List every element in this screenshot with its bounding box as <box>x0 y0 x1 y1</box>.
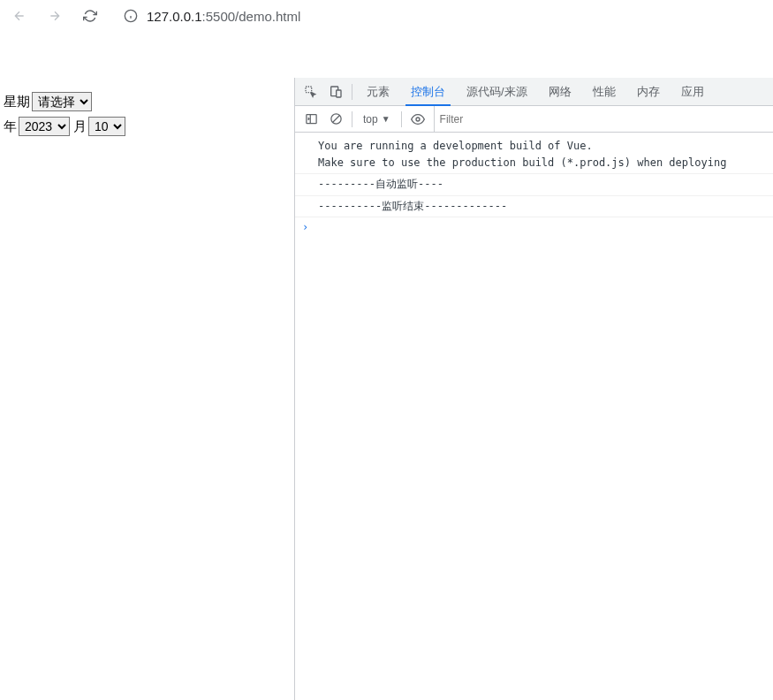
devtools-tabs: 元素 控制台 源代码/来源 网络 性能 内存 应用 <box>295 78 773 106</box>
svg-line-9 <box>332 116 339 123</box>
sidebar-icon <box>305 112 318 126</box>
browser-toolbar: 127.0.0.1:5500/demo.html <box>0 0 773 32</box>
tab-sources[interactable]: 源代码/来源 <box>456 78 538 106</box>
console-line: ----------监听结束------------- <box>295 196 773 217</box>
devtools-panel: 元素 控制台 源代码/来源 网络 性能 内存 应用 top ▼ <box>294 78 773 700</box>
url-text: 127.0.0.1:5500/demo.html <box>147 9 300 24</box>
forward-button[interactable] <box>42 4 67 28</box>
console-prompt[interactable]: › <box>295 217 773 237</box>
divider <box>401 111 402 127</box>
console-toolbar: top ▼ <box>295 106 773 133</box>
info-icon <box>124 9 138 23</box>
address-bar[interactable]: 127.0.0.1:5500/demo.html <box>113 4 766 28</box>
month-select[interactable]: 10 <box>88 117 125 136</box>
chevron-right-icon: › <box>302 221 308 233</box>
console-line: You are running a development build of V… <box>295 136 773 174</box>
month-label: 月 <box>73 118 87 135</box>
year-select[interactable]: 2023 <box>19 117 70 136</box>
svg-rect-6 <box>306 115 315 124</box>
device-toggle-button[interactable] <box>323 80 348 104</box>
year-label: 年 <box>4 118 17 135</box>
svg-rect-3 <box>306 87 312 93</box>
tab-memory[interactable]: 内存 <box>626 78 671 106</box>
reload-button[interactable] <box>78 4 102 28</box>
toggle-sidebar-button[interactable] <box>299 107 323 132</box>
tab-network[interactable]: 网络 <box>538 78 582 106</box>
tab-elements[interactable]: 元素 <box>356 78 400 106</box>
console-output: You are running a development build of V… <box>295 133 773 700</box>
arrow-left-icon <box>12 9 27 23</box>
divider <box>352 111 352 127</box>
tab-console[interactable]: 控制台 <box>400 78 456 106</box>
eye-icon <box>411 112 425 126</box>
inspect-icon <box>304 85 318 99</box>
context-dropdown[interactable]: top ▼ <box>356 108 398 131</box>
svg-point-10 <box>416 118 420 121</box>
device-icon <box>329 85 343 99</box>
reload-icon <box>83 9 97 23</box>
console-line: ---------自动监听---- <box>295 174 773 195</box>
arrow-right-icon <box>48 9 62 23</box>
inspect-element-button[interactable] <box>299 80 323 104</box>
clear-console-button[interactable] <box>323 107 348 132</box>
filter-input[interactable] <box>434 106 769 132</box>
weekday-label: 星期 <box>4 94 30 110</box>
clear-icon <box>330 112 343 126</box>
back-button[interactable] <box>7 4 32 28</box>
tab-application[interactable]: 应用 <box>671 78 715 106</box>
svg-rect-5 <box>337 90 341 97</box>
divider <box>352 84 352 100</box>
live-expression-button[interactable] <box>405 107 430 132</box>
tab-performance[interactable]: 性能 <box>582 78 626 106</box>
chevron-down-icon: ▼ <box>382 114 390 124</box>
page-content: 星期 请选择 年 2023 月 10 <box>0 32 294 700</box>
weekday-select[interactable]: 请选择 <box>32 92 92 111</box>
